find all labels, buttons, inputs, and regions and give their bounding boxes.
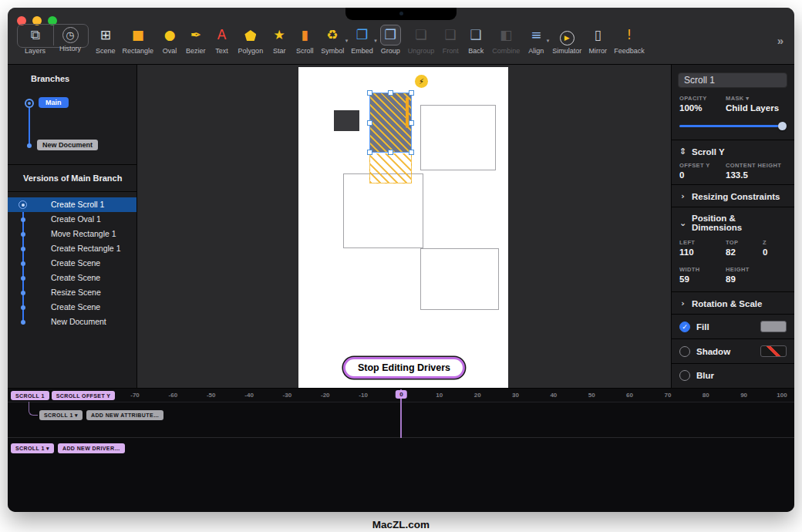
fill-checkbox[interactable]: ✓ <box>679 322 690 332</box>
version-row[interactable]: Create Scene <box>8 271 136 285</box>
z-label: Z <box>763 239 787 246</box>
toolbar-item-combine[interactable]: ◧Combine <box>492 25 520 55</box>
chevron-down-icon: ⌄ <box>679 218 686 228</box>
width-value[interactable]: 59 <box>679 274 726 284</box>
branch-badge-new-document[interactable]: New Document <box>37 140 98 150</box>
outline-rectangle-3[interactable] <box>420 248 499 310</box>
opacity-value[interactable]: 100% <box>679 103 726 113</box>
bezier-icon: ✒ <box>189 25 203 45</box>
blur-row: Blur <box>672 363 794 387</box>
version-row[interactable]: Resize Scene <box>8 285 136 300</box>
opacity-label: OPACITY <box>679 95 726 102</box>
selection-handle[interactable] <box>367 120 372 126</box>
toolbar-item-scene[interactable]: ⊞Scene <box>96 25 116 55</box>
blur-checkbox[interactable] <box>679 370 690 381</box>
left-value[interactable]: 110 <box>679 247 726 257</box>
shadow-color-swatch[interactable] <box>760 345 787 357</box>
mask-value[interactable]: Child Layers <box>726 103 787 113</box>
toolbar-item-back[interactable]: ❑Back <box>467 25 485 55</box>
opacity-slider[interactable] <box>679 122 787 130</box>
driver-track-area[interactable]: SCROLL 1 ▾ADD NEW DRIVER… <box>8 438 794 511</box>
playhead-tick[interactable]: 0 <box>396 390 406 399</box>
selection-handle[interactable] <box>409 90 414 96</box>
ruler-tick: 100 <box>777 392 787 399</box>
app-window: ⧉Layers◷History⊞Scene■Rectangle●Oval✒Bez… <box>8 8 794 512</box>
outline-rectangle-2[interactable] <box>343 173 423 248</box>
toolbar-item-feedback[interactable]: !Feedback <box>614 25 645 55</box>
outline-rectangle-1[interactable] <box>420 105 496 170</box>
top-value[interactable]: 82 <box>726 247 763 257</box>
attribute-pill-add-new-attribute-[interactable]: ADD NEW ATTRIBUTE… <box>86 410 163 420</box>
position-dimensions-header[interactable]: ⌄ Position & Dimensions <box>672 207 794 237</box>
version-row[interactable]: Create Oval 1 <box>8 212 136 227</box>
rectangle-icon: ■ <box>131 25 145 45</box>
attribute-pill-scroll-1-[interactable]: SCROLL 1 ▾ <box>39 410 83 420</box>
scroll-y-header[interactable]: ⇕ Scroll Y <box>672 140 794 162</box>
resizing-constraints-header[interactable]: › Resizing Constraints <box>672 185 794 207</box>
layer-name-input[interactable] <box>678 72 787 88</box>
toolbar-item-embed[interactable]: ❐▾Embed <box>351 25 373 55</box>
toolbar-item-history[interactable]: ◷History <box>59 25 81 55</box>
canvas[interactable]: ⚡ Stop Editing Drivers <box>137 65 671 388</box>
stop-editing-drivers-button[interactable]: Stop Editing Drivers <box>343 357 465 379</box>
back-icon: ❑ <box>469 25 483 45</box>
fill-color-swatch[interactable] <box>760 321 787 332</box>
toolbar-item-simulator[interactable]: ▶Simulator <box>552 28 581 55</box>
toolbar-item-mirror[interactable]: ▯Mirror <box>588 25 607 55</box>
toolbar-item-front[interactable]: ❑Front <box>441 25 460 55</box>
toolbar-item-oval[interactable]: ●Oval <box>160 25 179 55</box>
rectangle-layer[interactable] <box>334 110 359 131</box>
version-row[interactable]: Create Scene <box>8 256 136 271</box>
ruler-tick: 10 <box>436 392 443 399</box>
selection-handle[interactable] <box>367 150 372 155</box>
toolbar-item-layers[interactable]: ⧉Layers <box>25 25 45 55</box>
selection-handle[interactable] <box>367 90 372 96</box>
selection-handle[interactable] <box>409 150 414 155</box>
toolbar-item-star[interactable]: ★Star <box>270 25 288 55</box>
version-row[interactable]: Move Rectangle 1 <box>8 227 136 241</box>
driver-pill-scroll-1-[interactable]: SCROLL 1 ▾ <box>11 443 54 453</box>
selection-handle[interactable] <box>388 90 393 96</box>
mask-label[interactable]: MASK ▾ <box>726 95 787 102</box>
content-height-value[interactable]: 133.5 <box>726 170 787 180</box>
toolbar-item-bezier[interactable]: ✒Bezier <box>186 25 206 55</box>
toolbar-item-text[interactable]: AText <box>213 25 231 55</box>
layers-icon: ⧉ <box>29 25 42 45</box>
version-row[interactable]: New Document <box>8 315 136 329</box>
toolbar-item-label: Oval <box>163 47 177 55</box>
toolbar-item-ungroup[interactable]: ❏Ungroup <box>408 25 435 55</box>
toolbar-item-polygon[interactable]: Polygon <box>238 25 264 55</box>
toolbar-item-label: Bezier <box>186 47 206 55</box>
z-value[interactable]: 0 <box>763 247 787 257</box>
toolbar-item-scroll[interactable]: ▮Scroll <box>295 25 314 55</box>
offset-y-value[interactable]: 0 <box>679 170 726 180</box>
track-pill-scroll-offset-y[interactable]: SCROLL OFFSET Y <box>52 391 116 400</box>
version-row[interactable]: Create Rectangle 1 <box>8 241 136 256</box>
rotation-scale-header[interactable]: › Rotation & Scale <box>672 292 794 314</box>
ruler-tick: -30 <box>283 392 292 399</box>
driver-pill-add-new-driver-[interactable]: ADD NEW DRIVER… <box>58 443 125 453</box>
toolbar-item-group[interactable]: ❐Group <box>380 25 401 55</box>
toolbar-overflow-icon[interactable]: » <box>777 34 783 47</box>
toolbar-item-symbol[interactable]: ♻▾Symbol <box>321 25 344 55</box>
branch-badge-main[interactable]: Main <box>39 97 69 108</box>
scroll-layer-selected[interactable] <box>369 93 412 153</box>
width-label: WIDTH <box>679 266 726 273</box>
track-pill-scroll-1[interactable]: SCROLL 1 <box>11 391 49 400</box>
version-row[interactable]: Create Scroll 1 <box>8 197 136 212</box>
ungroup-icon: ❏ <box>414 25 428 45</box>
height-value[interactable]: 89 <box>726 274 763 284</box>
toolbar-item-align[interactable]: ≡▾Align <box>527 25 545 55</box>
shadow-checkbox[interactable] <box>679 346 690 357</box>
slider-knob[interactable] <box>778 122 787 130</box>
selection-handle[interactable] <box>409 120 414 126</box>
dropdown-caret-icon: ▾ <box>374 38 377 44</box>
ruler-tick: -40 <box>244 392 254 399</box>
selection-handle[interactable] <box>388 150 393 155</box>
artboard[interactable]: ⚡ <box>298 67 508 388</box>
toolbar-item-rectangle[interactable]: ■Rectangle <box>123 25 154 55</box>
branch-node-main[interactable] <box>25 99 34 108</box>
driver-lightning-badge[interactable]: ⚡ <box>415 75 428 88</box>
branch-node-root[interactable] <box>27 143 32 148</box>
version-row[interactable]: Create Scene <box>8 300 136 315</box>
